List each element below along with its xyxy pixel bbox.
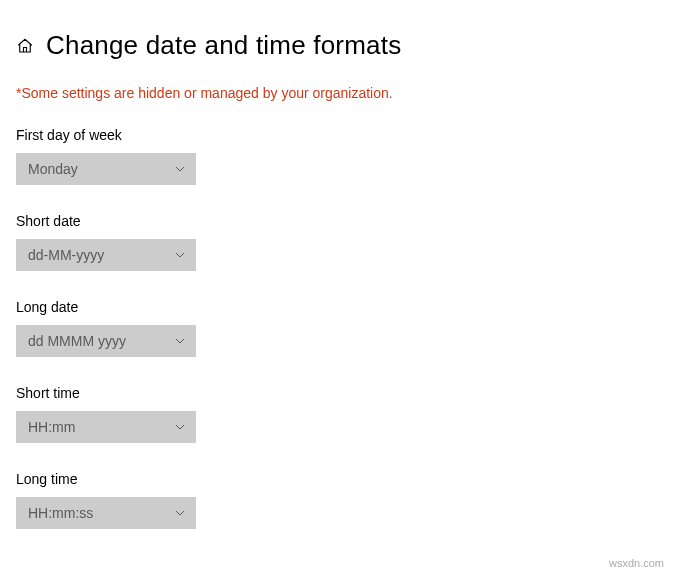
long-date-value: dd MMMM yyyy <box>28 333 174 349</box>
setting-short-date: Short date dd-MM-yyyy <box>16 213 658 271</box>
org-managed-warning: *Some settings are hidden or managed by … <box>16 85 658 101</box>
short-time-value: HH:mm <box>28 419 174 435</box>
page-header: Change date and time formats <box>16 30 658 61</box>
short-time-label: Short time <box>16 385 658 401</box>
chevron-down-icon <box>174 421 186 433</box>
chevron-down-icon <box>174 507 186 519</box>
home-icon[interactable] <box>16 37 34 55</box>
long-date-dropdown[interactable]: dd MMMM yyyy <box>16 325 196 357</box>
short-date-dropdown[interactable]: dd-MM-yyyy <box>16 239 196 271</box>
setting-first-day: First day of week Monday <box>16 127 658 185</box>
first-day-dropdown[interactable]: Monday <box>16 153 196 185</box>
page-title: Change date and time formats <box>46 30 401 61</box>
first-day-label: First day of week <box>16 127 658 143</box>
watermark: wsxdn.com <box>609 557 664 569</box>
setting-long-date: Long date dd MMMM yyyy <box>16 299 658 357</box>
chevron-down-icon <box>174 335 186 347</box>
short-time-dropdown[interactable]: HH:mm <box>16 411 196 443</box>
setting-short-time: Short time HH:mm <box>16 385 658 443</box>
short-date-value: dd-MM-yyyy <box>28 247 174 263</box>
chevron-down-icon <box>174 249 186 261</box>
setting-long-time: Long time HH:mm:ss <box>16 471 658 529</box>
chevron-down-icon <box>174 163 186 175</box>
long-time-value: HH:mm:ss <box>28 505 174 521</box>
short-date-label: Short date <box>16 213 658 229</box>
long-time-dropdown[interactable]: HH:mm:ss <box>16 497 196 529</box>
first-day-value: Monday <box>28 161 174 177</box>
long-date-label: Long date <box>16 299 658 315</box>
long-time-label: Long time <box>16 471 658 487</box>
